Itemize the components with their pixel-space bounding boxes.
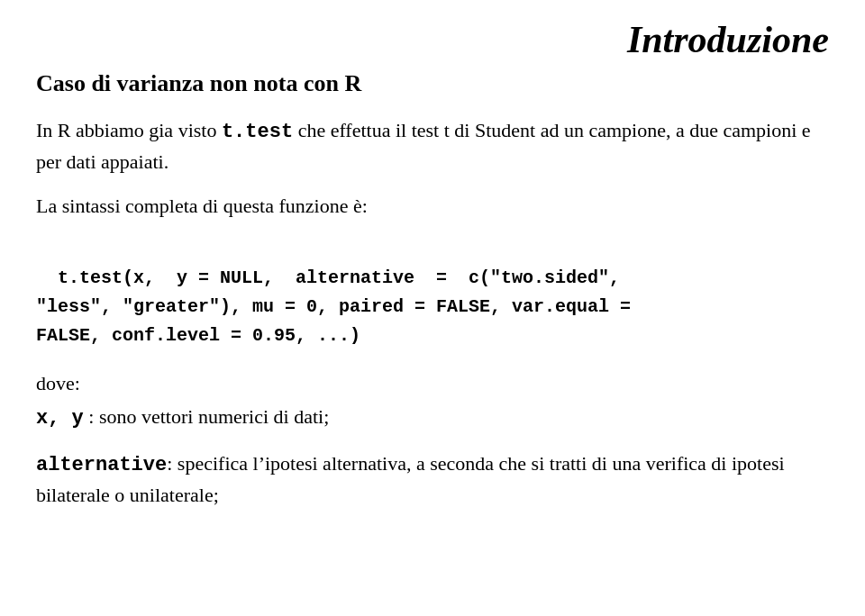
page-title: Introduzione: [627, 19, 829, 60]
dove-label: dove:: [36, 372, 829, 395]
dove-section: dove: x, y : sono vettori numerici di da…: [36, 372, 829, 434]
intro-paragraph-1: In R abbiamo gia visto t.test che effett…: [36, 115, 829, 177]
code-line-2: "less", "greater"), mu = 0, paired = FAL…: [36, 296, 631, 317]
title-area: Introduzione: [36, 18, 829, 61]
code-line-1: t.test(x, y = NULL, alternative = c("two…: [58, 267, 620, 288]
ttest-mono: t.test: [222, 121, 293, 143]
dove-x-mono: x: [36, 407, 48, 430]
dove-comma-mono: ,: [48, 407, 71, 430]
dove-xy-description: : sono vettori numerici di dati;: [84, 405, 330, 428]
alternative-paragraph: alternative: specifica l’ipotesi alterna…: [36, 448, 829, 510]
alternative-section: alternative: specifica l’ipotesi alterna…: [36, 448, 829, 510]
code-block: t.test(x, y = NULL, alternative = c("two…: [36, 235, 829, 350]
section-title: Caso di varianza non nota con R: [36, 70, 829, 97]
intro-text-before-mono: In R abbiamo gia visto: [36, 119, 222, 141]
alternative-mono: alternative: [36, 454, 167, 476]
intro-paragraph-2: La sintassi completa di questa funzione …: [36, 191, 829, 221]
dove-xy-item: x, y : sono vettori numerici di dati;: [36, 401, 829, 434]
dove-y-mono: y: [72, 407, 84, 430]
code-line-3: FALSE, conf.level = 0.95, ...): [36, 325, 360, 346]
